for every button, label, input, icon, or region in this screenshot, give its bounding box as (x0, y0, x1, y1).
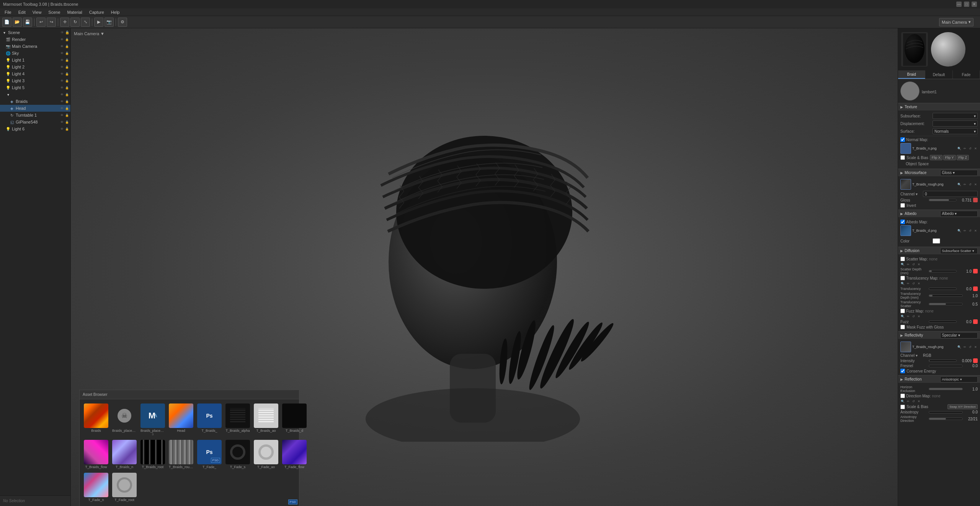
anisotropy-track[interactable] (929, 411, 963, 413)
tree-item-plane[interactable]: ◱ GiPlane548 👁🔒 (0, 119, 70, 125)
camera-selector[interactable]: Main Camera ▾ (939, 18, 973, 26)
l2-eye[interactable]: 👁 (60, 65, 64, 69)
fresnel-track[interactable] (929, 365, 963, 367)
asset-head[interactable]: Head (168, 402, 194, 437)
tab-fade[interactable]: Fade (953, 70, 980, 79)
visibility-icon[interactable]: 👁 (60, 30, 64, 35)
maximize-button[interactable]: □ (964, 2, 969, 7)
dir-zoom[interactable]: 🔍 (900, 399, 905, 403)
tt-eye[interactable]: 👁 (60, 113, 64, 117)
asset-t-braids-root[interactable]: T_Braids_root (139, 439, 166, 470)
asset-t-fade-ao[interactable]: T_Fade_ao (253, 439, 279, 470)
gloss-slider-track[interactable] (929, 199, 957, 201)
anisotropy-dir-track[interactable] (929, 418, 963, 420)
normal-map-zoom[interactable]: 🔍 (957, 146, 962, 151)
viewport[interactable]: Main Camera ▼ (71, 28, 898, 506)
albedo-color-swatch[interactable] (933, 238, 940, 244)
pl-eye[interactable]: 👁 (60, 120, 64, 124)
l6-lock[interactable]: 🔒 (65, 127, 69, 131)
scatter-remove[interactable]: ✕ (916, 262, 921, 267)
camera-lock[interactable]: 🔒 (65, 44, 69, 49)
albedo-map-check[interactable] (900, 220, 905, 224)
fuzz-color-btn[interactable] (973, 319, 978, 324)
tree-item-mesh-group[interactable]: ▾ 👁🔒 (0, 91, 70, 98)
albedo-remove[interactable]: ✕ (973, 228, 978, 233)
settings-button[interactable]: ⚙ (118, 18, 127, 27)
tab-braid[interactable]: Braid (898, 70, 925, 79)
asset-t-braids-alpha[interactable]: T_Braids_alpha (224, 402, 251, 437)
reflection-header[interactable]: ▶ Reflection Anisotropic ▾ (898, 375, 980, 383)
render-lock[interactable]: 🔒 (65, 37, 69, 42)
asset-t-braids-n[interactable]: T_Braids_n (111, 439, 138, 470)
fuzz-zoom[interactable]: 🔍 (900, 314, 905, 319)
grp-eye[interactable]: 👁 (60, 92, 64, 97)
l4-eye[interactable]: 👁 (60, 72, 64, 76)
asset-t-fade-psd[interactable]: Ps PSD T_Fade_ (196, 439, 223, 470)
menu-scene[interactable]: Scene (45, 9, 63, 15)
asset-t-braids[interactable]: Ps PSD T_Braids_ (196, 402, 223, 437)
subsurface-dropdown[interactable]: ▾ (933, 113, 978, 119)
grp-lock[interactable]: 🔒 (65, 92, 69, 97)
sky-lock[interactable]: 🔒 (65, 51, 69, 55)
flip-x-button[interactable]: Flip X (930, 155, 942, 160)
asset-t-fade-n[interactable]: T_Fade_n (83, 472, 109, 503)
tree-item-light6[interactable]: 💡 Light 6 👁🔒 (0, 125, 70, 132)
scale-bias-refl-check[interactable] (900, 405, 905, 409)
sky-eye[interactable]: 👁 (60, 51, 64, 55)
asset-t-braids-ao[interactable]: T_Braids_ao (253, 402, 279, 437)
scale-button[interactable]: ⤡ (81, 18, 90, 27)
intensity-color-btn[interactable] (973, 358, 978, 363)
spec-zoom[interactable]: 🔍 (957, 345, 962, 349)
asset-t-braids-d[interactable]: T_Braids_d (281, 402, 308, 437)
fuzz-map-check[interactable] (900, 309, 905, 313)
swap-xy-button[interactable]: Swap X/Y Direction (947, 404, 978, 409)
l3-eye[interactable]: 👁 (60, 78, 64, 83)
asset-braids-mat[interactable]: Braids (83, 402, 109, 437)
albedo-type-dropdown[interactable]: Albedo ▾ (940, 211, 978, 217)
normal-map-remove[interactable]: ✕ (973, 146, 978, 151)
tree-item-light5[interactable]: 💡 Light 5 👁🔒 (0, 84, 70, 91)
scatter-depth-track[interactable] (929, 270, 957, 272)
spec-remove[interactable]: ✕ (973, 345, 978, 349)
flip-y-button[interactable]: Flip Y (943, 155, 956, 160)
tree-item-sky[interactable]: 🌐 Sky 👁🔒 (0, 50, 70, 57)
trans-reload[interactable]: ↺ (911, 281, 916, 286)
l5-lock[interactable]: 🔒 (65, 85, 69, 90)
trans-zoom[interactable]: 🔍 (900, 281, 905, 286)
l2-lock[interactable]: 🔒 (65, 65, 69, 69)
surface-dropdown[interactable]: Normals ▾ (933, 128, 978, 134)
tree-item-light3[interactable]: 💡 Light 3 👁🔒 (0, 77, 70, 84)
tree-item-light1[interactable]: 💡 Light 1 👁🔒 (0, 57, 70, 63)
br-lock[interactable]: 🔒 (65, 99, 69, 104)
scale-bias-check[interactable] (900, 155, 905, 160)
tree-item-main-camera[interactable]: 📷 Main Camera 👁🔒 (0, 43, 70, 50)
l3-lock[interactable]: 🔒 (65, 78, 69, 83)
dir-remove[interactable]: ✕ (916, 399, 921, 403)
asset-t-braids-flow[interactable]: T_Braids_flow (83, 439, 109, 470)
translate-button[interactable]: ✛ (60, 18, 69, 27)
dir-reload[interactable]: ↺ (911, 399, 916, 403)
reflectivity-header[interactable]: ▶ Reflectivity Specular ▾ (898, 331, 980, 339)
menu-capture[interactable]: Capture (86, 9, 107, 15)
reflectivity-type-dropdown[interactable]: Specular ▾ (940, 332, 978, 338)
menu-view[interactable]: View (29, 9, 45, 15)
l5-eye[interactable]: 👁 (60, 85, 64, 90)
tree-item-light4[interactable]: 💡 Light 4 👁🔒 (0, 70, 70, 77)
fuzz-edit[interactable]: ✏ (906, 314, 910, 319)
undo-button[interactable]: ↩ (36, 18, 46, 27)
diffusion-header[interactable]: ▶ Diffusion Subsurface Scatter ▾ (898, 247, 980, 254)
hd-eye[interactable]: 👁 (60, 106, 64, 111)
camera-eye[interactable]: 👁 (60, 44, 64, 49)
tree-item-head[interactable]: ◈ Head 👁🔒 (0, 105, 70, 112)
fuzz-remove[interactable]: ✕ (916, 314, 921, 319)
direction-map-check[interactable] (900, 394, 905, 398)
tree-item-scene[interactable]: ▾ Scene 👁 🔒 (0, 29, 70, 36)
capture-button[interactable]: 📷 (105, 18, 114, 27)
trans-color-btn[interactable] (973, 286, 978, 291)
viewport-camera-label[interactable]: Main Camera ▼ (74, 31, 105, 36)
albedo-edit[interactable]: ✏ (962, 228, 967, 233)
translucency-track[interactable] (929, 288, 957, 290)
asset-braids-placement[interactable]: ☠ Braids_placement_0 (111, 402, 138, 437)
l6-eye[interactable]: 👁 (60, 127, 64, 131)
tt-lock[interactable]: 🔒 (65, 113, 69, 117)
